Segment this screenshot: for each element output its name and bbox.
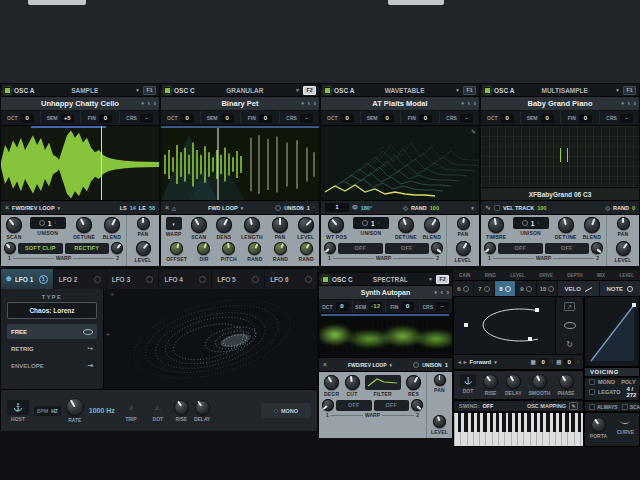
rand-knob[interactable] [300, 242, 313, 255]
frame-number[interactable]: 1 [325, 203, 349, 212]
rise-knob[interactable] [174, 400, 189, 415]
fx-routing-button[interactable]: F2 [436, 275, 449, 284]
dotted-button[interactable]: ♪. [147, 400, 169, 415]
preset-name[interactable]: Binary Pet [221, 99, 258, 108]
wavetable-3d-display[interactable]: ✎ [321, 126, 479, 201]
lfo-mode-retrig[interactable]: RETRIG↪ [7, 341, 97, 356]
sem-control[interactable]: SEM+5 [41, 111, 81, 125]
rand-knob[interactable] [274, 242, 287, 255]
prev-preset-button[interactable]: ‹ [628, 100, 630, 107]
pencil-icon[interactable]: ✎ [471, 128, 476, 135]
chevron-down-icon[interactable]: ▾ [434, 290, 436, 295]
scaled-checkbox[interactable] [622, 404, 628, 410]
sem-control[interactable]: SEM-12 [353, 300, 387, 313]
crs-control[interactable]: CRS– [280, 111, 319, 125]
chevron-down-icon[interactable]: ▼ [615, 87, 620, 93]
next-preset-button[interactable]: › [474, 100, 476, 107]
prev-preset-button[interactable]: ‹ [308, 100, 310, 107]
chevron-down-icon[interactable]: ▾ [58, 205, 61, 211]
warp1-mode-select[interactable]: OFF [336, 400, 372, 411]
phase-knob[interactable] [559, 374, 574, 389]
pan-knob[interactable] [434, 374, 446, 386]
crs-control[interactable]: CRS– [420, 300, 453, 313]
unison-control[interactable]: 1↕ [30, 217, 66, 229]
curve-icon[interactable] [620, 417, 630, 424]
next-preset-button[interactable]: › [447, 289, 449, 296]
loop-start-value[interactable]: 14 [130, 205, 136, 211]
workspace-tab[interactable] [388, 0, 444, 5]
res-knob[interactable] [406, 375, 421, 390]
sync-anchor-button[interactable]: ⚓ [460, 374, 476, 387]
blend-knob[interactable] [424, 217, 440, 233]
granular-warp-button[interactable]: ▾ [166, 217, 182, 230]
black-keys[interactable] [458, 413, 583, 432]
level-knob[interactable] [136, 241, 151, 256]
pencil-icon[interactable]: ✎ [569, 402, 578, 410]
fx-routing-button[interactable]: F1 [463, 86, 476, 95]
cut-knob[interactable] [345, 375, 360, 390]
rand-phase-icon[interactable]: ◇ [403, 204, 408, 211]
delay-knob[interactable] [506, 374, 521, 389]
smooth-knob[interactable] [532, 374, 547, 389]
fx-routing-button[interactable]: F1 [623, 86, 636, 95]
host-sync-button[interactable]: ⚓ [7, 400, 29, 415]
pitch-knob[interactable] [222, 242, 235, 255]
scan-knob[interactable] [191, 217, 207, 233]
loop-mode-select[interactable]: FWD LOOP [208, 205, 238, 211]
lfo-tab-1[interactable]: ⊕ LFO 1 1 [1, 269, 53, 289]
mod-tab-8[interactable]: 8 [495, 281, 515, 296]
workspace-tab[interactable] [28, 0, 86, 5]
vel-track-checkbox[interactable] [494, 205, 500, 211]
mod-tab-6[interactable]: 6 [453, 281, 473, 296]
crs-control[interactable]: CRS– [440, 111, 479, 125]
chevron-down-icon[interactable]: ▼ [135, 87, 140, 93]
preset-name[interactable]: Baby Grand Piano [527, 99, 592, 108]
level-knob[interactable] [456, 241, 471, 256]
oct-control[interactable]: OCT0 [1, 111, 41, 125]
prev-preset-button[interactable]: ‹ [441, 289, 443, 296]
prev-preset-button[interactable]: ‹ [148, 100, 150, 107]
degr-knob[interactable] [324, 375, 339, 390]
porta-knob[interactable] [591, 417, 606, 432]
chevron-down-icon[interactable]: ▼ [455, 87, 460, 93]
chevron-down-icon[interactable]: ▼ [470, 205, 475, 211]
osc-mode-select[interactable]: SAMPLE [37, 87, 132, 94]
lfo-tab-2[interactable]: LFO 2 [54, 269, 106, 289]
spectral-view-scrollbar[interactable] [321, 314, 449, 316]
lfo-mode-free[interactable]: FREE [7, 324, 97, 339]
warp2-mode-select[interactable]: OFF [385, 243, 430, 254]
sample-zone-bracket[interactable] [560, 148, 568, 162]
motion-path-editor[interactable] [453, 296, 556, 355]
chevron-down-icon[interactable]: ▾ [141, 101, 143, 106]
crs-control[interactable]: CRS– [600, 111, 639, 125]
pan-knob[interactable] [137, 217, 150, 230]
phase-value[interactable]: 180° [361, 205, 372, 211]
warp1-mode-select[interactable]: SOFT CLIP [18, 243, 63, 254]
osc-enable-led[interactable] [484, 87, 491, 94]
detune-knob[interactable] [76, 217, 92, 233]
timbre-knob[interactable] [488, 217, 504, 233]
grid-value[interactable]: 0 [539, 358, 548, 366]
sample-waveform-display[interactable] [1, 126, 159, 201]
hz-option[interactable]: HZ [51, 408, 58, 414]
warp1-knob[interactable] [324, 242, 336, 254]
close-icon[interactable]: × [323, 361, 327, 368]
osc-mapping-button[interactable]: OSC MAPPING [527, 403, 566, 409]
warp2-knob[interactable] [411, 399, 423, 411]
legato-checkbox[interactable] [589, 389, 595, 395]
preset-name[interactable]: AT Plaits Modal [372, 99, 427, 108]
steps-value[interactable]: 0 [564, 358, 573, 366]
warp2-knob[interactable] [431, 242, 443, 254]
oct-control[interactable]: OCT0 [161, 111, 201, 125]
chevron-down-icon[interactable]: ▼ [428, 276, 433, 282]
direction-select[interactable]: Forward [470, 359, 492, 365]
unison-control[interactable]: 1↕ [513, 217, 549, 229]
granular-waveform-display[interactable] [161, 126, 319, 201]
phase-icon[interactable]: Φ [352, 204, 358, 211]
chevron-down-icon[interactable]: ▾ [301, 101, 303, 106]
rate-unit-toggle[interactable]: BPM HZ [34, 406, 61, 416]
grid-icon[interactable]: ▦ [530, 359, 535, 365]
scan-knob[interactable] [6, 217, 22, 233]
lfo-type-select[interactable]: Chaos: Lorenz [7, 302, 97, 319]
preset-name[interactable]: Synth Autopan [361, 289, 411, 296]
